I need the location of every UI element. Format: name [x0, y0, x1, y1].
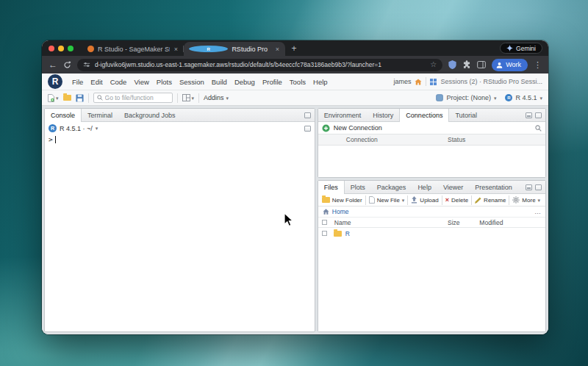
menu-session[interactable]: Session [176, 76, 208, 88]
text-cursor [55, 136, 56, 143]
bookmark-star-icon[interactable]: ☆ [430, 61, 437, 68]
go-to-directory-button[interactable]: … [534, 208, 541, 215]
menu-file[interactable]: File [68, 76, 87, 88]
tab-label: Console [51, 112, 75, 119]
gemini-button[interactable]: Gemini [500, 43, 542, 54]
column-name[interactable]: Name [334, 219, 351, 226]
profile-label: Work [506, 61, 521, 68]
new-file-button[interactable]: ▾ [48, 94, 59, 102]
addins-menu[interactable]: Addins ▾ [204, 94, 229, 101]
files-table-header: Name Size Modified [318, 218, 545, 228]
rename-button[interactable]: Rename [475, 197, 506, 204]
open-file-button[interactable] [63, 95, 71, 101]
maximize-pane-icon[interactable] [535, 112, 542, 118]
tab-viewer[interactable]: Viewer [437, 181, 469, 193]
menu-build[interactable]: Build [208, 76, 231, 88]
extensions-puzzle-icon[interactable] [462, 60, 471, 69]
session-label[interactable]: R 4.5.1 · ~/ [60, 125, 93, 132]
minimize-pane-icon[interactable] [526, 184, 532, 190]
site-info-icon[interactable] [83, 61, 90, 68]
delete-button[interactable]: × Delete [445, 197, 468, 204]
back-icon[interactable]: ← [49, 60, 57, 69]
tab-environment[interactable]: Environment [318, 109, 368, 121]
close-window-button[interactable] [49, 46, 54, 51]
tab-help[interactable]: Help [412, 181, 437, 193]
chevron-down-icon[interactable]: ▾ [96, 126, 98, 131]
project-label: Project: (None) [446, 94, 491, 101]
tab-packages[interactable]: Packages [371, 181, 412, 193]
column-modified[interactable]: Modified [479, 219, 503, 226]
menu-help[interactable]: Help [309, 76, 331, 88]
new-folder-button[interactable]: New Folder [322, 197, 362, 204]
search-connections-icon[interactable] [535, 125, 542, 132]
folder-icon [334, 231, 342, 237]
gemini-label: Gemini [516, 45, 536, 52]
tab-plots[interactable]: Plots [345, 181, 371, 193]
menu-view[interactable]: View [130, 76, 152, 88]
breadcrumb-home[interactable]: Home [332, 208, 349, 215]
reload-icon[interactable] [63, 61, 71, 69]
browser-menu-icon[interactable]: ⋮ [534, 61, 542, 69]
more-menu-button[interactable]: More ▾ [512, 196, 540, 204]
save-button[interactable] [76, 94, 84, 102]
menu-edit[interactable]: Edit [87, 76, 106, 88]
home-icon[interactable] [415, 79, 422, 85]
tab-history[interactable]: History [367, 109, 399, 121]
tab-connections[interactable]: Connections [399, 109, 449, 122]
upload-label: Upload [420, 197, 438, 204]
shield-extension-icon[interactable] [448, 60, 456, 69]
menu-debug[interactable]: Debug [231, 76, 259, 88]
tab-label: Connections [406, 112, 442, 119]
new-tab-button[interactable]: + [288, 42, 300, 56]
maximize-pane-icon[interactable] [535, 184, 542, 190]
column-connection[interactable]: Connection [346, 136, 378, 143]
close-tab-icon[interactable]: × [173, 46, 179, 53]
profile-chip[interactable]: Work [492, 59, 528, 71]
tab-console[interactable]: Console [45, 109, 82, 122]
workspace-panes-button[interactable]: ▾ [182, 94, 195, 101]
tab-sagemaker-studio[interactable]: R Studio - SageMaker Studio × [82, 42, 184, 56]
project-selector[interactable]: Project: (None) ▾ [436, 94, 496, 101]
minimize-window-button[interactable] [58, 46, 64, 51]
tab-label: Terminal [87, 112, 112, 119]
sessions-icon[interactable] [430, 79, 437, 85]
divider [471, 195, 472, 205]
maximize-pane-icon[interactable] [304, 112, 311, 118]
file-name[interactable]: R [345, 230, 350, 237]
divider [442, 195, 442, 205]
browser-toolbar: ← d-igfuviko6jwm.studio.us-east-1.sagema… [42, 56, 548, 73]
select-all-checkbox[interactable] [322, 220, 327, 225]
r-version-selector[interactable]: R R 4.5.1 ▾ [505, 94, 542, 101]
rstudio-menubar: R File Edit Code View Plots Session Buil… [42, 73, 548, 90]
chevron-down-icon: ▾ [494, 96, 497, 101]
menu-profile[interactable]: Profile [259, 76, 286, 88]
new-connection-button[interactable]: New Connection [334, 124, 382, 132]
side-panel-icon[interactable] [477, 61, 486, 68]
new-file-menu-button[interactable]: New File ▾ [369, 196, 405, 204]
tab-tutorial[interactable]: Tutorial [449, 109, 483, 121]
console-popout-icon[interactable] [304, 126, 311, 132]
upload-icon [411, 196, 417, 204]
menu-plots[interactable]: Plots [153, 76, 176, 88]
goto-file-search[interactable] [93, 93, 173, 103]
tab-background-jobs[interactable]: Background Jobs [118, 109, 182, 121]
column-status[interactable]: Status [448, 136, 465, 143]
zoom-window-button[interactable] [68, 46, 74, 51]
tab-files[interactable]: Files [318, 181, 345, 194]
close-tab-icon[interactable]: × [275, 46, 280, 53]
minimize-pane-icon[interactable] [526, 112, 532, 118]
address-bar[interactable]: d-igfuviko6jwm.studio.us-east-1.sagemake… [77, 59, 442, 71]
home-icon[interactable] [323, 209, 329, 215]
goto-file-input[interactable] [105, 94, 169, 101]
console-output[interactable]: R R 4.5.1 · ~/ ▾ > [45, 122, 315, 331]
tab-rstudio-pro[interactable]: R RStudio Pro × [184, 42, 285, 56]
menu-tools[interactable]: Tools [286, 76, 309, 88]
sessions-label[interactable]: Sessions (2) · RStudio Pro Sessi... [440, 78, 542, 85]
column-size[interactable]: Size [448, 219, 460, 226]
row-checkbox[interactable] [322, 231, 327, 236]
file-row[interactable]: R [318, 228, 545, 239]
menu-code[interactable]: Code [107, 76, 131, 88]
tab-terminal[interactable]: Terminal [82, 109, 118, 121]
tab-presentation[interactable]: Presentation [469, 181, 518, 193]
upload-button[interactable]: Upload [411, 196, 438, 204]
